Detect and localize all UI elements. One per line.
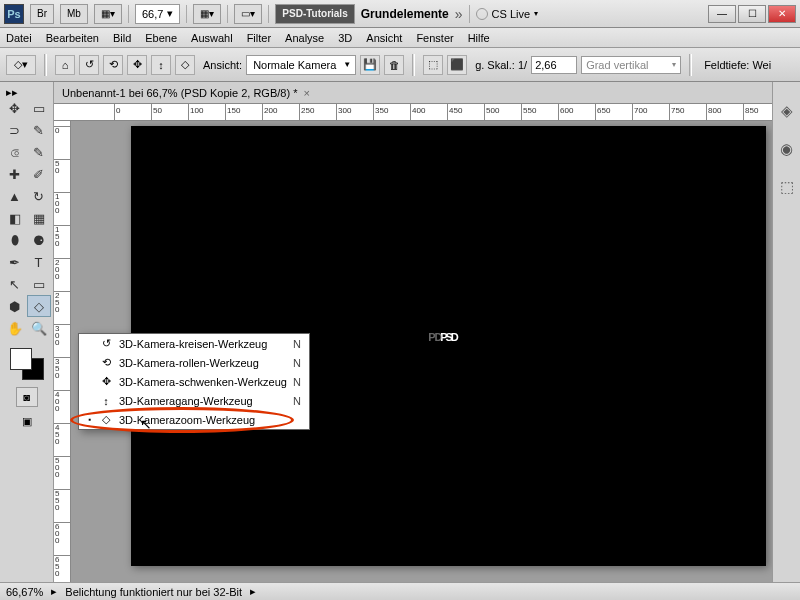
flyout-item-label: 3D-Kamera-rollen-Werkzeug bbox=[119, 357, 259, 369]
menu-datei[interactable]: Datei bbox=[6, 32, 32, 44]
more-workspaces-icon[interactable]: » bbox=[455, 6, 463, 22]
opt-pan-icon[interactable]: ✥ bbox=[127, 55, 147, 75]
flyout-item-label: 3D-Kamera-schwenken-Werkzeug bbox=[119, 376, 287, 388]
channels-panel-icon[interactable]: ◉ bbox=[776, 138, 798, 160]
opt-home-icon[interactable]: ⌂ bbox=[55, 55, 75, 75]
status-sep: ▸ bbox=[51, 585, 57, 598]
close-button[interactable]: ✕ bbox=[768, 5, 796, 23]
screen-mode-button[interactable]: ▦▾ bbox=[94, 4, 122, 24]
paths-panel-icon[interactable]: ⬚ bbox=[776, 176, 798, 198]
eyedropper-tool[interactable]: ✎ bbox=[27, 141, 51, 163]
status-zoom[interactable]: 66,67% bbox=[6, 586, 43, 598]
flyout-item-shortcut: N bbox=[293, 338, 301, 350]
pen-tool[interactable]: ✒ bbox=[3, 251, 27, 273]
marquee-tool[interactable]: ▭ bbox=[27, 97, 51, 119]
stamp-tool[interactable]: ▲ bbox=[3, 185, 27, 207]
flyout-item-3[interactable]: ↕3D-Kameragang-WerkzeugN bbox=[79, 391, 309, 410]
flyout-item-shortcut: N bbox=[293, 376, 301, 388]
3d-camera-tool[interactable]: ◇ bbox=[27, 295, 51, 317]
flyout-item-label: 3D-Kamera-kreisen-Werkzeug bbox=[119, 338, 267, 350]
ruler-horizontal: 0501001502002503003504004505005506006507… bbox=[54, 104, 772, 121]
move-tool[interactable]: ✥ bbox=[3, 97, 27, 119]
flyout-item-4[interactable]: ▪◇3D-Kamerazoom-Werkzeug bbox=[79, 410, 309, 429]
collapse-arrows-icon[interactable]: ▸▸ bbox=[3, 86, 51, 96]
bridge-button[interactable]: Br bbox=[30, 4, 54, 24]
path-select-tool[interactable]: ↖ bbox=[3, 273, 27, 295]
crop-tool[interactable]: ⟃ bbox=[3, 141, 27, 163]
flyout-item-icon: ↕ bbox=[99, 395, 113, 407]
flyout-item-2[interactable]: ✥3D-Kamera-schwenken-WerkzeugN bbox=[79, 372, 309, 391]
tool-flyout-menu: ↺3D-Kamera-kreisen-WerkzeugN⟲3D-Kamera-r… bbox=[78, 333, 310, 430]
opt-walk-icon[interactable]: ↕ bbox=[151, 55, 171, 75]
flyout-item-1[interactable]: ⟲3D-Kamera-rollen-WerkzeugN bbox=[79, 353, 309, 372]
delete-view-icon[interactable]: 🗑 bbox=[384, 55, 404, 75]
quick-mask-button[interactable]: ◙ bbox=[16, 387, 38, 407]
save-view-icon[interactable]: 💾 bbox=[360, 55, 380, 75]
foreground-color[interactable] bbox=[10, 348, 32, 370]
status-bar: 66,67% ▸ Belichtung funktioniert nur bei… bbox=[0, 582, 800, 600]
minibridge-button[interactable]: Mb bbox=[60, 4, 88, 24]
canvas-text: P D PSD bbox=[440, 331, 457, 343]
menu-bearbeiten[interactable]: Bearbeiten bbox=[46, 32, 99, 44]
view-select[interactable]: Normale Kamera▼ bbox=[246, 55, 356, 75]
menu-3d[interactable]: 3D bbox=[338, 32, 352, 44]
color-swatches[interactable] bbox=[7, 346, 47, 382]
ortho-icon[interactable]: ⬛ bbox=[447, 55, 467, 75]
options-bar: ◇▾ ⌂ ↺ ⟲ ✥ ↕ ◇ Ansicht: Normale Kamera▼ … bbox=[0, 48, 800, 82]
hand-tool[interactable]: ✋ bbox=[3, 317, 27, 339]
panel-dock: ◈ ◉ ⬚ bbox=[772, 82, 800, 582]
menu-ebene[interactable]: Ebene bbox=[145, 32, 177, 44]
opt-zoom-icon[interactable]: ◇ bbox=[175, 55, 195, 75]
ruler-vertical: 050100150200250300350400450500550600650 bbox=[54, 121, 71, 582]
zoom-level-field[interactable]: 66,7▾ bbox=[135, 4, 180, 24]
menu-hilfe[interactable]: Hilfe bbox=[468, 32, 490, 44]
workspace-label[interactable]: Grundelemente bbox=[361, 7, 449, 21]
menu-filter[interactable]: Filter bbox=[247, 32, 271, 44]
cursor-icon: ↖ bbox=[140, 416, 152, 432]
workspace: ▸▸ ✥ ▭ ⊃ ✎ ⟃ ✎ ✚ ✐ ▲ ↻ ◧ ▦ ⬮ ⚈ ✒ T ↖ ▭ ⬢… bbox=[0, 82, 800, 582]
dodge-tool[interactable]: ⚈ bbox=[27, 229, 51, 251]
healing-tool[interactable]: ✚ bbox=[3, 163, 27, 185]
menu-auswahl[interactable]: Auswahl bbox=[191, 32, 233, 44]
current-tool-icon[interactable]: ◇▾ bbox=[6, 55, 36, 75]
scale-input[interactable]: 2,66 bbox=[531, 56, 577, 74]
blur-tool[interactable]: ⬮ bbox=[3, 229, 27, 251]
maximize-button[interactable]: ☐ bbox=[738, 5, 766, 23]
opt-orbit-icon[interactable]: ↺ bbox=[79, 55, 99, 75]
psd-tutorials-button[interactable]: PSD-Tutorials bbox=[275, 4, 354, 24]
screen-mode-tool[interactable]: ▣ bbox=[16, 411, 38, 431]
lasso-tool[interactable]: ⊃ bbox=[3, 119, 27, 141]
cs-live-button[interactable]: CS Live▾ bbox=[476, 8, 539, 20]
shape-tool[interactable]: ▭ bbox=[27, 273, 51, 295]
feldtiefe-label: Feldtiefe: Wei bbox=[704, 59, 771, 71]
type-tool[interactable]: T bbox=[27, 251, 51, 273]
eraser-tool[interactable]: ◧ bbox=[3, 207, 27, 229]
gradient-tool[interactable]: ▦ bbox=[27, 207, 51, 229]
view-extras-button[interactable]: ▦▾ bbox=[193, 4, 221, 24]
minimize-button[interactable]: — bbox=[708, 5, 736, 23]
status-arrow-icon[interactable]: ▸ bbox=[250, 585, 256, 598]
document-area: Unbenannt-1 bei 66,7% (PSD Kopie 2, RGB/… bbox=[54, 82, 772, 582]
menu-bild[interactable]: Bild bbox=[113, 32, 131, 44]
close-tab-icon[interactable]: × bbox=[303, 87, 309, 99]
quick-select-tool[interactable]: ✎ bbox=[27, 119, 51, 141]
opt-roll-icon[interactable]: ⟲ bbox=[103, 55, 123, 75]
document-tab[interactable]: Unbenannt-1 bei 66,7% (PSD Kopie 2, RGB/… bbox=[54, 82, 772, 104]
menu-ansicht[interactable]: Ansicht bbox=[366, 32, 402, 44]
3d-object-tool[interactable]: ⬢ bbox=[3, 295, 27, 317]
brush-tool[interactable]: ✐ bbox=[27, 163, 51, 185]
flyout-item-icon: ⟲ bbox=[99, 356, 113, 369]
menu-analyse[interactable]: Analyse bbox=[285, 32, 324, 44]
grad-field[interactable]: Grad vertikal▾ bbox=[581, 56, 681, 74]
flyout-item-icon: ◇ bbox=[99, 413, 113, 426]
history-brush-tool[interactable]: ↻ bbox=[27, 185, 51, 207]
layers-panel-icon[interactable]: ◈ bbox=[776, 100, 798, 122]
status-message: Belichtung funktioniert nur bei 32-Bit bbox=[65, 586, 242, 598]
flyout-item-0[interactable]: ↺3D-Kamera-kreisen-WerkzeugN bbox=[79, 334, 309, 353]
zoom-tool[interactable]: 🔍 bbox=[27, 317, 51, 339]
tool-panel: ▸▸ ✥ ▭ ⊃ ✎ ⟃ ✎ ✚ ✐ ▲ ↻ ◧ ▦ ⬮ ⚈ ✒ T ↖ ▭ ⬢… bbox=[0, 82, 54, 582]
ps-logo: Ps bbox=[4, 4, 24, 24]
arrange-button[interactable]: ▭▾ bbox=[234, 4, 262, 24]
menu-fenster[interactable]: Fenster bbox=[416, 32, 453, 44]
perspective-icon[interactable]: ⬚ bbox=[423, 55, 443, 75]
